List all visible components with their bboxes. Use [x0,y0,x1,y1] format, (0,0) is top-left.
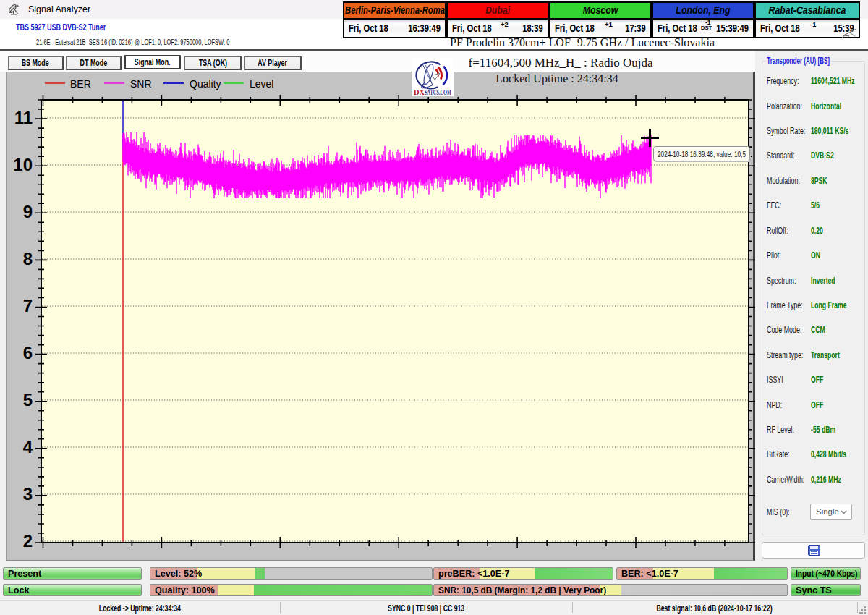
svg-text:2024-10-18 16.39.48, value: 10: 2024-10-18 16.39.48, value: 10,5 [658,150,746,158]
svg-text:2: 2 [23,531,33,551]
svg-text:8: 8 [23,249,33,268]
svg-text:11: 11 [14,108,33,127]
svg-text:DX: DX [414,88,425,96]
svg-text:7: 7 [23,296,33,315]
svg-text:9: 9 [23,202,33,221]
svg-text:SATCS.COM: SATCS.COM [425,88,451,96]
svg-text:4: 4 [23,437,33,457]
svg-text:3: 3 [23,484,33,504]
svg-text:10: 10 [13,155,33,174]
svg-text:6: 6 [23,343,33,362]
svg-text:5: 5 [23,390,33,410]
